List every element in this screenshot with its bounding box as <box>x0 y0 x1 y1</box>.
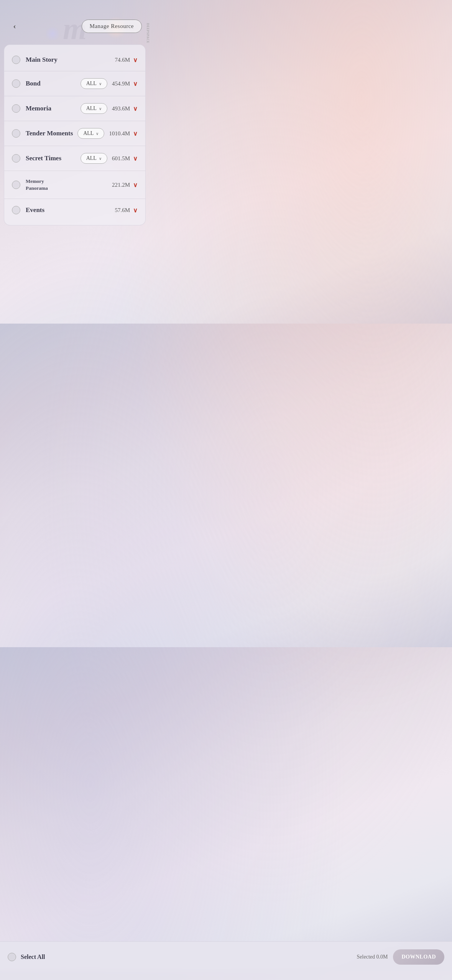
bond-dropdown-arrow: ∨ <box>99 82 102 86</box>
list-item[interactable]: Memoria ALL ∨ 493.6M ∨ <box>4 96 145 121</box>
watermark: DEEPSPACE <box>146 23 150 43</box>
item-label-bond: Bond <box>26 80 81 87</box>
list-item[interactable]: Tender Moments ALL ∨ 1010.4M ∨ <box>4 121 145 146</box>
chevron-memory-panorama[interactable]: ∨ <box>133 181 138 189</box>
memoria-dropdown-value: ALL <box>86 105 97 112</box>
chevron-events[interactable]: ∨ <box>133 207 138 214</box>
radio-events[interactable] <box>12 206 20 214</box>
item-size-secret-times: 601.5M <box>112 155 130 162</box>
bond-dropdown[interactable]: ALL ∨ <box>81 78 107 89</box>
tender-moments-dropdown[interactable]: ALL ∨ <box>77 128 104 139</box>
chevron-bond[interactable]: ∨ <box>133 80 138 87</box>
memoria-dropdown-arrow: ∨ <box>99 107 102 111</box>
chevron-secret-times[interactable]: ∨ <box>133 155 138 162</box>
back-icon: ‹ <box>13 21 16 31</box>
radio-memory-panorama[interactable] <box>12 181 20 189</box>
chevron-tender-moments[interactable]: ∨ <box>133 130 138 137</box>
tender-moments-dropdown-arrow: ∨ <box>96 132 99 136</box>
header: ‹ Manage Resource DEEPSPACE <box>0 0 150 41</box>
item-label-memory-panorama: MemoryPanorama <box>26 178 112 192</box>
radio-main-story[interactable] <box>12 56 20 64</box>
item-label-events: Events <box>26 206 115 214</box>
list-item[interactable]: Bond ALL ∨ 454.9M ∨ <box>4 71 145 96</box>
resource-list-card: Main Story 74.6M ∨ Bond ALL ∨ 454.9M ∨ M… <box>4 44 146 225</box>
manage-resource-button[interactable]: Manage Resource <box>82 20 142 33</box>
secret-times-dropdown-arrow: ∨ <box>99 156 102 161</box>
radio-tender-moments[interactable] <box>12 129 20 138</box>
item-label-tender-moments: Tender Moments <box>26 130 77 137</box>
list-item[interactable]: Main Story 74.6M ∨ <box>4 49 145 71</box>
list-item[interactable]: Events 57.6M ∨ <box>4 199 145 221</box>
item-size-tender-moments: 1010.4M <box>109 130 130 137</box>
radio-secret-times[interactable] <box>12 154 20 163</box>
back-button[interactable]: ‹ <box>8 19 21 33</box>
chevron-main-story[interactable]: ∨ <box>133 56 138 64</box>
item-label-memoria: Memoria <box>26 105 81 112</box>
list-item[interactable]: MemoryPanorama 221.2M ∨ <box>4 171 145 199</box>
item-size-memoria: 493.6M <box>112 105 130 112</box>
radio-memoria[interactable] <box>12 104 20 113</box>
secret-times-dropdown[interactable]: ALL ∨ <box>81 153 107 164</box>
chevron-memoria[interactable]: ∨ <box>133 105 138 112</box>
secret-times-dropdown-value: ALL <box>86 155 97 161</box>
bond-dropdown-value: ALL <box>86 81 97 87</box>
item-size-bond: 454.9M <box>112 81 130 87</box>
memoria-dropdown[interactable]: ALL ∨ <box>81 103 107 114</box>
item-label-main-story: Main Story <box>26 56 115 64</box>
tender-moments-dropdown-value: ALL <box>83 130 94 136</box>
radio-bond[interactable] <box>12 79 20 88</box>
item-label-secret-times: Secret Times <box>26 155 81 162</box>
item-size-memory-panorama: 221.2M <box>112 182 130 188</box>
list-item[interactable]: Secret Times ALL ∨ 601.5M ∨ <box>4 146 145 171</box>
item-size-events: 57.6M <box>115 207 130 214</box>
item-size-main-story: 74.6M <box>115 57 130 63</box>
